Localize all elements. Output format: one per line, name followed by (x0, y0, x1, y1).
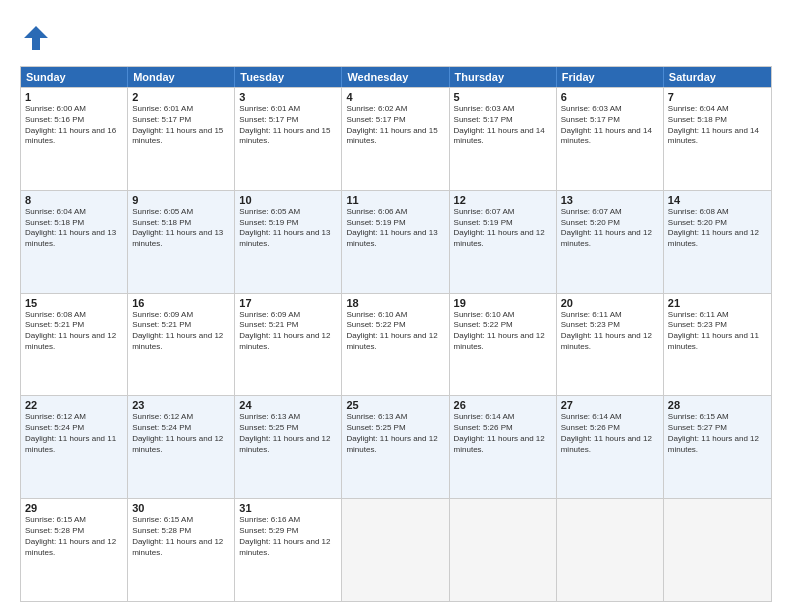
day-cell-23: 23Sunrise: 6:12 AMSunset: 5:24 PMDayligh… (128, 396, 235, 498)
day-cell-2: 2Sunrise: 6:01 AMSunset: 5:17 PMDaylight… (128, 88, 235, 190)
day-cell-13: 13Sunrise: 6:07 AMSunset: 5:20 PMDayligh… (557, 191, 664, 293)
day-cell-27: 27Sunrise: 6:14 AMSunset: 5:26 PMDayligh… (557, 396, 664, 498)
day-cell-24: 24Sunrise: 6:13 AMSunset: 5:25 PMDayligh… (235, 396, 342, 498)
day-number: 2 (132, 91, 230, 103)
weekday-header-monday: Monday (128, 67, 235, 87)
day-number: 1 (25, 91, 123, 103)
calendar-week-1: 1Sunrise: 6:00 AMSunset: 5:16 PMDaylight… (21, 87, 771, 190)
day-info: Sunrise: 6:13 AMSunset: 5:25 PMDaylight:… (239, 412, 337, 455)
empty-cell (664, 499, 771, 601)
calendar-body: 1Sunrise: 6:00 AMSunset: 5:16 PMDaylight… (21, 87, 771, 601)
day-info: Sunrise: 6:11 AMSunset: 5:23 PMDaylight:… (561, 310, 659, 353)
day-cell-7: 7Sunrise: 6:04 AMSunset: 5:18 PMDaylight… (664, 88, 771, 190)
day-cell-28: 28Sunrise: 6:15 AMSunset: 5:27 PMDayligh… (664, 396, 771, 498)
weekday-header-saturday: Saturday (664, 67, 771, 87)
day-info: Sunrise: 6:14 AMSunset: 5:26 PMDaylight:… (454, 412, 552, 455)
empty-cell (342, 499, 449, 601)
weekday-header-friday: Friday (557, 67, 664, 87)
day-cell-20: 20Sunrise: 6:11 AMSunset: 5:23 PMDayligh… (557, 294, 664, 396)
day-number: 12 (454, 194, 552, 206)
day-cell-31: 31Sunrise: 6:16 AMSunset: 5:29 PMDayligh… (235, 499, 342, 601)
day-cell-14: 14Sunrise: 6:08 AMSunset: 5:20 PMDayligh… (664, 191, 771, 293)
day-cell-15: 15Sunrise: 6:08 AMSunset: 5:21 PMDayligh… (21, 294, 128, 396)
day-info: Sunrise: 6:00 AMSunset: 5:16 PMDaylight:… (25, 104, 123, 147)
day-number: 14 (668, 194, 767, 206)
day-cell-16: 16Sunrise: 6:09 AMSunset: 5:21 PMDayligh… (128, 294, 235, 396)
day-number: 3 (239, 91, 337, 103)
day-info: Sunrise: 6:07 AMSunset: 5:19 PMDaylight:… (454, 207, 552, 250)
day-number: 22 (25, 399, 123, 411)
day-cell-25: 25Sunrise: 6:13 AMSunset: 5:25 PMDayligh… (342, 396, 449, 498)
day-info: Sunrise: 6:03 AMSunset: 5:17 PMDaylight:… (561, 104, 659, 147)
empty-cell (450, 499, 557, 601)
logo (20, 22, 56, 58)
day-cell-22: 22Sunrise: 6:12 AMSunset: 5:24 PMDayligh… (21, 396, 128, 498)
calendar-week-5: 29Sunrise: 6:15 AMSunset: 5:28 PMDayligh… (21, 498, 771, 601)
day-number: 28 (668, 399, 767, 411)
day-cell-17: 17Sunrise: 6:09 AMSunset: 5:21 PMDayligh… (235, 294, 342, 396)
day-number: 24 (239, 399, 337, 411)
day-info: Sunrise: 6:04 AMSunset: 5:18 PMDaylight:… (25, 207, 123, 250)
header (20, 18, 772, 58)
day-cell-19: 19Sunrise: 6:10 AMSunset: 5:22 PMDayligh… (450, 294, 557, 396)
day-number: 4 (346, 91, 444, 103)
day-cell-18: 18Sunrise: 6:10 AMSunset: 5:22 PMDayligh… (342, 294, 449, 396)
day-info: Sunrise: 6:05 AMSunset: 5:19 PMDaylight:… (239, 207, 337, 250)
day-cell-26: 26Sunrise: 6:14 AMSunset: 5:26 PMDayligh… (450, 396, 557, 498)
calendar-header: SundayMondayTuesdayWednesdayThursdayFrid… (21, 67, 771, 87)
day-cell-9: 9Sunrise: 6:05 AMSunset: 5:18 PMDaylight… (128, 191, 235, 293)
day-info: Sunrise: 6:14 AMSunset: 5:26 PMDaylight:… (561, 412, 659, 455)
day-info: Sunrise: 6:05 AMSunset: 5:18 PMDaylight:… (132, 207, 230, 250)
empty-cell (557, 499, 664, 601)
day-info: Sunrise: 6:12 AMSunset: 5:24 PMDaylight:… (25, 412, 123, 455)
day-info: Sunrise: 6:15 AMSunset: 5:28 PMDaylight:… (132, 515, 230, 558)
day-number: 29 (25, 502, 123, 514)
day-info: Sunrise: 6:10 AMSunset: 5:22 PMDaylight:… (346, 310, 444, 353)
day-number: 27 (561, 399, 659, 411)
day-number: 20 (561, 297, 659, 309)
calendar-week-2: 8Sunrise: 6:04 AMSunset: 5:18 PMDaylight… (21, 190, 771, 293)
day-info: Sunrise: 6:02 AMSunset: 5:17 PMDaylight:… (346, 104, 444, 147)
day-info: Sunrise: 6:06 AMSunset: 5:19 PMDaylight:… (346, 207, 444, 250)
day-number: 23 (132, 399, 230, 411)
weekday-header-tuesday: Tuesday (235, 67, 342, 87)
day-number: 30 (132, 502, 230, 514)
day-number: 7 (668, 91, 767, 103)
day-number: 9 (132, 194, 230, 206)
day-info: Sunrise: 6:03 AMSunset: 5:17 PMDaylight:… (454, 104, 552, 147)
day-cell-5: 5Sunrise: 6:03 AMSunset: 5:17 PMDaylight… (450, 88, 557, 190)
day-cell-1: 1Sunrise: 6:00 AMSunset: 5:16 PMDaylight… (21, 88, 128, 190)
day-cell-21: 21Sunrise: 6:11 AMSunset: 5:23 PMDayligh… (664, 294, 771, 396)
day-number: 19 (454, 297, 552, 309)
day-cell-8: 8Sunrise: 6:04 AMSunset: 5:18 PMDaylight… (21, 191, 128, 293)
day-number: 31 (239, 502, 337, 514)
weekday-header-sunday: Sunday (21, 67, 128, 87)
page: SundayMondayTuesdayWednesdayThursdayFrid… (0, 0, 792, 612)
day-number: 26 (454, 399, 552, 411)
day-info: Sunrise: 6:01 AMSunset: 5:17 PMDaylight:… (132, 104, 230, 147)
day-info: Sunrise: 6:08 AMSunset: 5:21 PMDaylight:… (25, 310, 123, 353)
day-cell-3: 3Sunrise: 6:01 AMSunset: 5:17 PMDaylight… (235, 88, 342, 190)
day-info: Sunrise: 6:12 AMSunset: 5:24 PMDaylight:… (132, 412, 230, 455)
day-info: Sunrise: 6:09 AMSunset: 5:21 PMDaylight:… (239, 310, 337, 353)
calendar: SundayMondayTuesdayWednesdayThursdayFrid… (20, 66, 772, 602)
day-info: Sunrise: 6:07 AMSunset: 5:20 PMDaylight:… (561, 207, 659, 250)
day-cell-11: 11Sunrise: 6:06 AMSunset: 5:19 PMDayligh… (342, 191, 449, 293)
day-info: Sunrise: 6:09 AMSunset: 5:21 PMDaylight:… (132, 310, 230, 353)
day-number: 21 (668, 297, 767, 309)
logo-icon (20, 22, 52, 54)
calendar-week-3: 15Sunrise: 6:08 AMSunset: 5:21 PMDayligh… (21, 293, 771, 396)
day-number: 11 (346, 194, 444, 206)
svg-marker-0 (24, 26, 48, 50)
day-info: Sunrise: 6:11 AMSunset: 5:23 PMDaylight:… (668, 310, 767, 353)
day-info: Sunrise: 6:15 AMSunset: 5:28 PMDaylight:… (25, 515, 123, 558)
day-info: Sunrise: 6:08 AMSunset: 5:20 PMDaylight:… (668, 207, 767, 250)
weekday-header-wednesday: Wednesday (342, 67, 449, 87)
day-number: 25 (346, 399, 444, 411)
day-number: 6 (561, 91, 659, 103)
day-number: 5 (454, 91, 552, 103)
calendar-week-4: 22Sunrise: 6:12 AMSunset: 5:24 PMDayligh… (21, 395, 771, 498)
day-info: Sunrise: 6:01 AMSunset: 5:17 PMDaylight:… (239, 104, 337, 147)
day-number: 10 (239, 194, 337, 206)
day-info: Sunrise: 6:13 AMSunset: 5:25 PMDaylight:… (346, 412, 444, 455)
